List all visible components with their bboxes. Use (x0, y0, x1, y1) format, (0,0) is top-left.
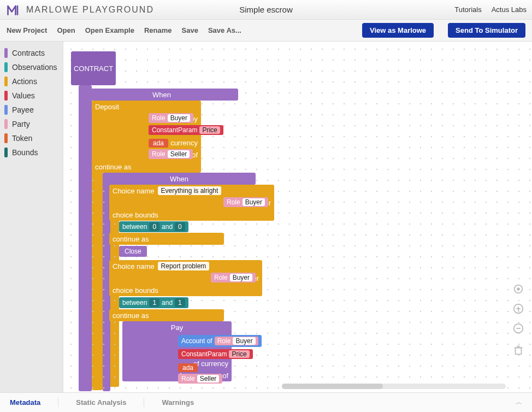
logo-icon (5, 2, 22, 18)
field-label: choice bounds (113, 286, 158, 295)
field-label: Choice name (113, 187, 155, 195)
field-label: continue as (113, 235, 149, 243)
tab-warnings[interactable]: Warnings (162, 398, 194, 407)
bound-low[interactable]: 0 (149, 222, 159, 231)
block-when-inner[interactable]: When (103, 173, 256, 185)
zoom-out-icon[interactable] (511, 321, 525, 336)
field-label: of currency (193, 360, 228, 368)
chip-bounds-1-1[interactable]: between 1 and 1 (119, 297, 188, 308)
block-when[interactable]: When (85, 89, 238, 101)
view-as-marlowe-button[interactable]: View as Marlowe (362, 23, 434, 38)
center-icon[interactable] (511, 282, 525, 296)
new-project-button[interactable]: New Project (7, 26, 47, 34)
category-label: Bounds (12, 148, 38, 157)
app-title: MARLOWE PLAYGROUND (26, 5, 154, 15)
zoom-in-icon[interactable] (511, 302, 525, 316)
chip-account-of[interactable]: Account of RoleBuyer (178, 335, 262, 347)
chip-constantparam-price[interactable]: ConstantParamPrice (149, 125, 223, 135)
block-spine (79, 85, 92, 391)
field-label: Choice name (113, 262, 155, 270)
category-contracts[interactable]: Contracts (0, 46, 63, 60)
tab-static-analysis[interactable]: Static Analysis (76, 398, 126, 407)
category-values[interactable]: Values (0, 89, 63, 103)
field-label: continue as (113, 311, 149, 320)
block-continue-1[interactable]: continue as (109, 233, 224, 245)
svg-point-1 (517, 288, 519, 290)
choice-name-value[interactable]: Everything is alright (158, 186, 222, 195)
toolbar: New Project Open Open Example Rename Sav… (0, 20, 532, 42)
block-label: When (170, 175, 188, 183)
field-label: choice bounds (113, 211, 158, 219)
bound-high[interactable]: 0 (175, 222, 185, 231)
bound-low[interactable]: 1 (149, 298, 159, 307)
scrollbar-thumb[interactable] (282, 384, 383, 389)
block-label: Deposit (95, 103, 119, 111)
block-deposit[interactable]: Deposit by the amount of currency into a… (92, 101, 201, 173)
chip-role-seller-2[interactable]: RoleSeller (178, 374, 222, 384)
category-label: Values (12, 91, 35, 100)
bound-high[interactable]: 1 (175, 298, 185, 307)
category-sidebar: Contracts Observations Actions Values Pa… (0, 42, 63, 392)
category-label: Actions (12, 77, 37, 86)
category-label: Contracts (12, 49, 45, 57)
document-title[interactable]: Simple escrow (239, 5, 293, 14)
save-as-button[interactable]: Save As... (208, 26, 241, 34)
bottom-panel-tabs: Metadata Static Analysis Warnings ︿ (0, 392, 532, 412)
chip-role-buyer[interactable]: RoleBuyer (149, 113, 193, 123)
svg-rect-7 (516, 348, 522, 354)
divider (58, 398, 58, 407)
header: MARLOWE PLAYGROUND Simple escrow Tutoria… (0, 0, 532, 20)
chip-role-seller[interactable]: RoleSeller (149, 149, 193, 159)
category-label: Token (12, 134, 32, 143)
category-observations[interactable]: Observations (0, 60, 63, 74)
category-token[interactable]: Token (0, 131, 63, 145)
category-party[interactable]: Party (0, 117, 63, 131)
block-label: Pay (171, 323, 183, 332)
trash-icon[interactable] (511, 341, 525, 360)
workspace-controls (511, 282, 525, 360)
horizontal-scrollbar[interactable] (282, 384, 506, 389)
choice-name-value[interactable]: Report problem (158, 262, 210, 270)
open-example-button[interactable]: Open Example (85, 26, 134, 34)
block-contract[interactable]: CONTRACT (71, 51, 116, 85)
chip-role-buyer-2[interactable]: RoleBuyer (223, 197, 268, 207)
blockly-workspace[interactable]: CONTRACT When Deposit by the amount of c… (63, 42, 532, 392)
category-label: Party (12, 120, 30, 128)
block-close[interactable]: Close (119, 246, 147, 257)
open-button[interactable]: Open (57, 26, 75, 34)
chip-constantparam-price-2[interactable]: ConstantParamPrice (178, 349, 253, 359)
category-actions[interactable]: Actions (0, 74, 63, 89)
field-label: continue as (95, 163, 132, 171)
actus-labs-link[interactable]: Actus Labs (492, 5, 527, 14)
category-label: Payee (12, 105, 34, 114)
rename-button[interactable]: Rename (144, 26, 172, 34)
chip-ada[interactable]: ada (149, 139, 168, 148)
field-label: currency (170, 139, 198, 147)
chip-ada-2[interactable]: ada (178, 363, 198, 372)
send-to-simulator-button[interactable]: Send To Simulator (448, 23, 525, 38)
tab-metadata[interactable]: Metadata (10, 398, 40, 407)
save-button[interactable]: Save (182, 26, 198, 34)
tutorials-link[interactable]: Tutorials (454, 5, 481, 14)
divider (144, 398, 144, 407)
category-bounds[interactable]: Bounds (0, 145, 63, 160)
category-label: Observations (12, 63, 57, 72)
category-payee[interactable]: Payee (0, 103, 63, 117)
block-label: CONTRACT (74, 64, 113, 73)
chip-role-buyer-3[interactable]: RoleBuyer (211, 273, 256, 282)
chevron-up-icon[interactable]: ︿ (516, 398, 522, 407)
block-continue-2[interactable]: continue as (109, 309, 224, 321)
chip-bounds-0-0[interactable]: between 0 and 0 (119, 221, 188, 232)
block-label: When (152, 91, 171, 99)
